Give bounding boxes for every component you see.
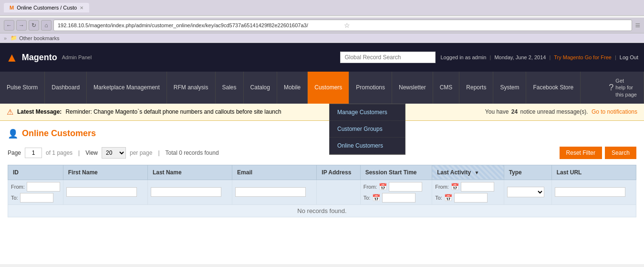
session-to-input[interactable] [382,193,415,203]
browser-tab-bar: M Online Customers / Custo ✕ [0,0,644,16]
sidebar-item-newsletter[interactable]: Newsletter [392,72,433,104]
email-filter-input[interactable] [235,187,306,197]
sidebar-item-customers[interactable]: Customers [308,72,349,104]
global-search-input[interactable] [340,52,436,63]
bookmarks-folder[interactable]: 📁 Other bookmarks [10,35,59,41]
sidebar-item-mobile[interactable]: Mobile [277,72,308,104]
col-header-first-name[interactable]: First Name [63,165,147,180]
close-tab-button[interactable]: ✕ [80,5,83,11]
filter-type: Guest Customer [504,180,551,204]
sidebar-item-sales[interactable]: Sales [216,72,244,104]
id-from-input[interactable] [27,182,60,192]
filter-ip [317,180,360,204]
page-title: Online Customers [22,128,96,139]
sidebar-item-reports[interactable]: Reports [459,72,493,104]
logged-in-text: Logged in as admin [440,54,486,60]
col-header-last-url[interactable]: Last URL [551,165,636,180]
sidebar-item-catalog[interactable]: Catalog [244,72,277,104]
header-info: Logged in as admin | Monday, June 2, 201… [440,54,638,60]
table-header-row: ID First Name Last Name Email IP Address… [8,165,636,180]
session-to-calendar-icon[interactable]: 📅 [372,194,380,202]
dropdown-item-customer-groups[interactable]: Customer Groups [330,121,405,138]
activity-from-calendar-icon[interactable]: 📅 [451,183,459,191]
notice-count: 24 [511,108,518,115]
session-from-input[interactable] [389,182,422,192]
filter-id: From: To: [8,180,63,204]
col-header-type[interactable]: Type [504,165,551,180]
bookmarks-label: Other bookmarks [19,35,59,41]
col-header-last-activity[interactable]: Last Activity ▼ [432,165,504,180]
type-filter-select[interactable]: Guest Customer [507,187,544,197]
app-name: Magento [22,53,57,63]
page-label: Page [8,150,21,156]
go-to-notifications-link[interactable]: Go to notifications [592,108,637,115]
filter-last-activity: From: 📅 To: 📅 [432,180,504,204]
home-button[interactable]: ⌂ [41,20,52,31]
address-bar[interactable]: 192.168.10.5/magento/index.php/admin/cus… [53,20,632,31]
view-label: View [85,150,98,156]
browser-tab[interactable]: M Online Customers / Custo ✕ [4,3,89,12]
alert-label: Latest Message: [17,108,62,115]
menu-icon[interactable]: ≡ [635,21,640,31]
filter-buttons: Reset Filter Search [560,147,636,159]
back-button[interactable]: ← [4,20,14,31]
filter-row: From: To: [8,180,636,204]
logo-area: ▲ Magento Admin Panel [6,50,92,65]
header-right: Logged in as admin | Monday, June 2, 201… [340,52,638,63]
session-from-calendar-icon[interactable]: 📅 [379,183,387,191]
col-header-ip[interactable]: IP Address [317,165,360,180]
help-button[interactable]: ? Gethelp forthis page [602,72,644,104]
page-number-input[interactable] [25,148,42,158]
activity-from-input[interactable] [461,182,494,192]
filter-email [232,180,317,204]
first-name-filter-input[interactable] [66,187,137,197]
col-header-session-start[interactable]: Session Start Time [360,165,432,180]
sidebar-item-dashboard[interactable]: Dashboard [45,72,87,104]
tab-favicon: M [10,5,14,11]
admin-subtitle: Admin Panel [62,54,92,60]
sidebar-item-pulse-storm[interactable]: Pulse Storm [0,72,45,104]
total-records-text: Total 0 records found [166,150,219,156]
sidebar-item-cms[interactable]: CMS [433,72,460,104]
folder-icon: 📁 [10,35,17,41]
col-header-last-name[interactable]: Last Name [147,165,232,180]
last-url-filter-input[interactable] [555,187,625,197]
try-magento-link[interactable]: Try Magento Go for Free [554,54,612,60]
bookmarks-chevron[interactable]: » [4,35,7,41]
to-label: To: [11,195,18,201]
filter-last-name [147,180,232,204]
col-header-email[interactable]: Email [232,165,317,180]
url-text: 192.168.10.5/magento/index.php/admin/cus… [58,22,342,28]
activity-to-input[interactable] [454,193,488,203]
date-text: Monday, June 2, 2014 [494,54,546,60]
dropdown-item-manage-customers[interactable]: Manage Customers [330,104,405,121]
reset-filter-button[interactable]: Reset Filter [560,147,602,159]
id-to-input[interactable] [20,193,53,203]
help-icon: ? [609,83,613,93]
reload-button[interactable]: ↻ [29,20,39,31]
session-to-label: To: [364,195,371,201]
notice-text: You have [485,108,509,115]
bookmark-star-icon[interactable]: ☆ [344,21,628,29]
session-from-label: From: [364,184,377,190]
dropdown-item-online-customers[interactable]: Online Customers [330,138,405,154]
sidebar-item-system[interactable]: System [493,72,526,104]
online-customers-icon: 👤 [8,128,18,139]
no-records-row: No records found. [8,204,636,217]
activity-to-calendar-icon[interactable]: 📅 [444,194,452,202]
col-header-id[interactable]: ID [8,165,63,180]
search-button[interactable]: Search [605,147,636,159]
sidebar-item-rfm[interactable]: RFM analysis [167,72,216,104]
alert-message: Reminder: Change Magento`s default phone… [65,108,281,115]
sidebar-item-marketplace[interactable]: Marketplace Management [87,72,167,104]
last-name-filter-input[interactable] [151,187,221,197]
sidebar-item-promotions[interactable]: Promotions [349,72,392,104]
logout-link[interactable]: Log Out [620,54,638,60]
activity-from-label: From: [435,184,449,190]
sidebar-item-facebook[interactable]: Facebook Store [526,72,581,104]
filter-first-name [63,180,147,204]
main-content: 👤 Online Customers Page of 1 pages | Vie… [0,121,644,264]
per-page-select[interactable]: 20 50 100 [102,147,126,159]
tab-title: Online Customers / Custo [17,5,77,11]
forward-button[interactable]: → [16,20,27,31]
